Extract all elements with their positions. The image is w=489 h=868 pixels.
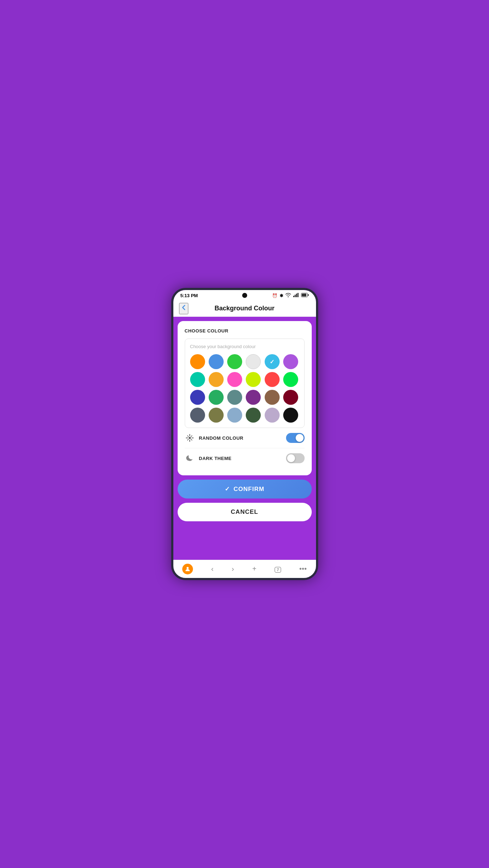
nav-add-icon: + xyxy=(252,565,256,573)
status-icons: ⏰ ✱ xyxy=(272,293,309,298)
colour-circle-purple[interactable] xyxy=(283,354,298,369)
confirm-check-icon: ✓ xyxy=(225,485,230,493)
random-colour-left: RANDOM COLOUR xyxy=(185,433,244,443)
colour-circle-bright-green[interactable] xyxy=(283,372,298,387)
svg-rect-1 xyxy=(295,295,296,297)
colour-circle-forest-green[interactable] xyxy=(246,408,261,423)
nav-tabs[interactable]: 7 xyxy=(275,565,281,574)
wifi-icon xyxy=(285,293,291,298)
colour-circle-dark-blue[interactable] xyxy=(190,390,205,405)
nav-back[interactable]: ‹ xyxy=(211,565,214,574)
cancel-button[interactable]: CANCEL xyxy=(178,503,312,521)
settings-card: CHOOSE COLOUR Choose your background col… xyxy=(178,321,312,475)
battery-icon xyxy=(301,293,309,298)
confirm-label: CONFIRM xyxy=(234,486,264,493)
colour-circle-dark-gray[interactable] xyxy=(190,408,205,423)
cancel-label: CANCEL xyxy=(231,508,258,516)
nav-avatar[interactable] xyxy=(182,564,193,574)
colour-circle-slate[interactable] xyxy=(227,390,242,405)
main-content: CHOOSE COLOUR Choose your background col… xyxy=(173,317,316,560)
app-header: Background Colour xyxy=(173,300,316,317)
toggle-knob-dark xyxy=(287,454,295,462)
svg-rect-0 xyxy=(293,296,294,297)
colour-circle-pink[interactable] xyxy=(227,372,242,387)
svg-rect-5 xyxy=(302,294,306,296)
dark-theme-left: DARK THEME xyxy=(185,453,232,463)
avatar-icon xyxy=(182,564,193,574)
bluetooth-icon: ✱ xyxy=(280,293,283,298)
random-colour-icon xyxy=(185,433,195,443)
svg-rect-6 xyxy=(308,294,309,296)
colour-circle-yellow[interactable] xyxy=(209,372,224,387)
colour-grid xyxy=(190,354,299,423)
toggle-knob-random xyxy=(296,434,304,442)
colour-circle-orange[interactable] xyxy=(190,354,205,369)
back-button[interactable] xyxy=(179,303,188,314)
svg-rect-3 xyxy=(297,293,299,297)
dark-theme-label: DARK THEME xyxy=(199,456,232,461)
nav-menu-icon: ••• xyxy=(299,565,307,573)
dark-theme-row: DARK THEME xyxy=(185,448,305,468)
confirm-button[interactable]: ✓ CONFIRM xyxy=(178,480,312,498)
colour-circle-blue[interactable] xyxy=(209,354,224,369)
colour-circle-dark-green[interactable] xyxy=(209,390,224,405)
svg-rect-2 xyxy=(296,294,297,297)
colour-circle-black[interactable] xyxy=(283,408,298,423)
colour-picker-box: Choose your background colour xyxy=(185,339,305,428)
colour-circle-maroon[interactable] xyxy=(283,390,298,405)
colour-circle-lavender[interactable] xyxy=(265,408,280,423)
nav-forward[interactable]: › xyxy=(232,565,234,574)
colour-circle-olive[interactable] xyxy=(209,408,224,423)
svg-point-7 xyxy=(189,437,191,439)
colour-circle-light-gray[interactable] xyxy=(246,354,261,369)
nav-menu[interactable]: ••• xyxy=(299,565,307,574)
dark-theme-toggle[interactable] xyxy=(286,453,305,463)
colour-picker-placeholder: Choose your background colour xyxy=(190,344,299,349)
page-title: Background Colour xyxy=(214,305,274,312)
svg-point-8 xyxy=(187,567,189,569)
colour-circle-lime[interactable] xyxy=(246,372,261,387)
dark-theme-icon xyxy=(185,453,195,463)
signal-icon xyxy=(293,293,299,298)
colour-circle-green[interactable] xyxy=(227,354,242,369)
section-title: CHOOSE COLOUR xyxy=(185,328,305,334)
colour-circle-cyan-blue[interactable] xyxy=(265,354,280,369)
camera-notch xyxy=(242,293,247,298)
colour-circle-dark-purple[interactable] xyxy=(246,390,261,405)
phone-frame: 5:13 PM ⏰ ✱ xyxy=(171,288,318,580)
nav-back-icon: ‹ xyxy=(211,565,214,573)
bottom-nav: ‹ › + 7 ••• xyxy=(173,560,316,578)
status-time: 5:13 PM xyxy=(180,293,198,298)
random-colour-label: RANDOM COLOUR xyxy=(199,435,244,441)
colour-circle-light-blue[interactable] xyxy=(227,408,242,423)
nav-forward-icon: › xyxy=(232,565,234,573)
alarm-icon: ⏰ xyxy=(272,293,277,298)
colour-circle-teal[interactable] xyxy=(190,372,205,387)
colour-circle-red[interactable] xyxy=(265,372,280,387)
random-colour-toggle[interactable] xyxy=(286,433,305,443)
nav-tabs-icon: 7 xyxy=(275,565,281,573)
nav-add[interactable]: + xyxy=(252,565,256,574)
random-colour-row: RANDOM COLOUR xyxy=(185,428,305,448)
colour-circle-brown[interactable] xyxy=(265,390,280,405)
